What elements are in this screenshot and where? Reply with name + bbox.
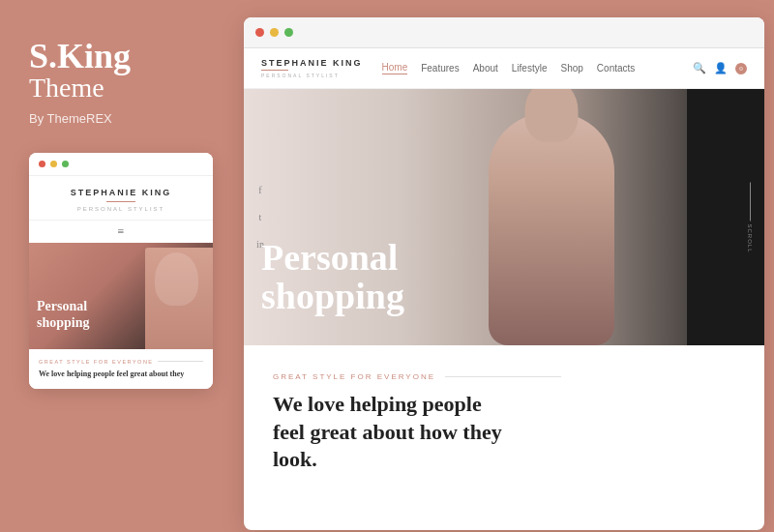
mobile-browser-chrome [29,153,213,176]
hero-text: Personal shopping [261,239,404,316]
mobile-about-content: GREAT STYLE FOR EVERYONE We love helping… [29,349,213,389]
nav-link-contacts[interactable]: Contacts [597,63,635,74]
mobile-dot-green [62,161,69,167]
mobile-hamburger-icon[interactable]: ≡ [29,221,213,243]
brand-name: S.King [29,39,131,74]
hero-dark-overlay [687,89,764,345]
hero-section: f t in SCROLL Personal shopping [244,89,764,345]
mobile-hero-text: Personal shopping [37,299,89,332]
hero-text-line1: Personal [261,239,404,278]
about-section: GREAT STYLE FOR EVERYONE We love helping… [244,345,764,493]
browser-dot-green[interactable] [284,28,293,37]
section-tag-row: GREAT STYLE FOR EVERYONE [273,372,735,381]
mobile-logo-divider [106,201,135,202]
mobile-tag-divider [158,361,203,362]
section-tag-line [445,376,561,377]
mobile-dot-yellow [50,161,57,167]
mobile-hero-image: Personal shopping [29,243,213,349]
browser-panel: STEPHANIE KING PERSONAL STYLIST Home Fea… [244,17,764,530]
facebook-icon[interactable]: f [253,184,267,197]
nav-link-lifestyle[interactable]: Lifestyle [512,63,548,74]
mobile-logo-name: STEPHANIE KING [39,188,203,197]
nav-link-home[interactable]: Home [382,62,408,74]
brand-by: By ThemeREX [29,111,112,126]
mobile-logo-sub: PERSONAL STYLIST [39,206,203,212]
twitter-icon[interactable]: t [253,211,267,224]
scroll-line [750,182,751,221]
search-icon[interactable]: 🔍 [693,62,706,75]
cart-badge[interactable]: 0 [735,63,747,74]
hero-model-figure [455,89,648,345]
nav-link-shop[interactable]: Shop [561,63,583,74]
section-tag: GREAT STYLE FOR EVERYONE [273,372,435,381]
nav-action-icons: 🔍 👤 0 [693,62,747,75]
mobile-hero-figure [145,248,213,349]
mobile-section-tag: GREAT STYLE FOR EVERYONE [39,359,154,365]
nav-links: Home Features About Lifestyle Shop Conta… [382,62,693,74]
browser-content: STEPHANIE KING PERSONAL STYLIST Home Fea… [244,48,764,530]
site-logo-name: STEPHANIE KING [261,58,363,68]
brand-theme: Theme [29,74,104,103]
mobile-site-header: STEPHANIE KING PERSONAL STYLIST [29,176,213,221]
mobile-section-headline: We love helping people feel great about … [39,369,203,379]
browser-dot-yellow[interactable] [270,28,279,37]
site-logo-sub: PERSONAL STYLIST [261,73,363,78]
site-logo: STEPHANIE KING PERSONAL STYLIST [261,58,363,78]
site-navigation: STEPHANIE KING PERSONAL STYLIST Home Fea… [244,48,764,89]
mobile-dot-red [39,161,45,167]
browser-chrome [244,17,764,48]
left-panel: S.King Theme By ThemeREX STEPHANIE KING … [0,0,237,532]
scroll-indicator: SCROLL [747,182,753,252]
site-logo-divider [261,70,288,71]
scroll-label: SCROLL [747,223,753,252]
hero-body [489,113,614,345]
section-headline: We love helping people feel great about … [273,391,582,474]
hero-head [525,89,579,142]
account-icon[interactable]: 👤 [714,62,728,75]
browser-dot-red[interactable] [255,28,264,37]
mobile-preview-card: STEPHANIE KING PERSONAL STYLIST ≡ Person… [29,153,213,389]
nav-link-features[interactable]: Features [421,63,459,74]
hero-text-line2: shopping [261,278,404,316]
nav-link-about[interactable]: About [473,63,498,74]
